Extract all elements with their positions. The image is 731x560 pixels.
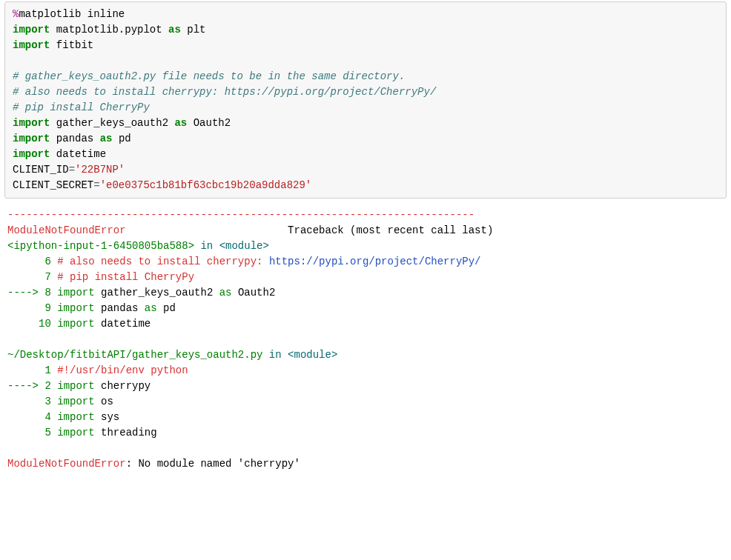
keyword-import: import [57,287,94,299]
keyword-import: import [13,133,50,144]
url-text: https://pypi.org/project/CherryPy/ [269,256,481,267]
keyword-import: import [57,318,94,330]
line-number: 3 [7,396,57,407]
module-name: matplotlib.pyplot [56,24,162,36]
string-literal: '22B7NP' [75,164,125,176]
line-number: 9 [7,302,57,314]
keyword-as: as [168,24,181,36]
module-name: cherrypy [95,380,151,392]
line-number: 4 [7,411,57,423]
keyword-import: import [57,302,94,314]
module-name: gather_keys_oauth2 [95,287,219,299]
in-keyword: in [194,240,219,252]
keyword-import: import [13,24,50,36]
comment: # gather_keys_oauth2.py file needs to be… [13,70,405,82]
code-input-cell[interactable]: %matplotlib inlineimport matplotlib.pypl… [4,1,727,199]
keyword-import: import [13,117,50,129]
line-number: 2 [44,380,57,392]
comment-text: # also needs to install cherrypy: [57,256,269,267]
comment: # also needs to install cherrypy: https:… [13,86,436,98]
module-name: datetime [95,318,151,330]
module-name: pandas [56,133,93,144]
line-number: 10 [7,318,57,330]
line-number: 7 [7,271,57,283]
module-tag: <module> [288,349,337,361]
keyword-import: import [13,148,50,160]
line-number: 5 [7,427,57,439]
alias: plt [187,24,205,36]
module-name: threading [95,427,157,439]
comment: # pip install CherryPy [13,101,150,113]
frame-location: ~/Desktop/fitbitAPI/gather_keys_oauth2.p… [7,349,262,361]
jupyter-cell-container: %matplotlib inlineimport matplotlib.pypl… [0,1,731,479]
shebang: #!/usr/bin/env python [57,364,188,376]
line-number: 1 [7,364,57,376]
alias: pd [119,133,131,144]
module-tag: <module> [219,240,269,252]
module-name: pandas [95,302,145,314]
frame-location: <ipython-input-1-6450805ba588> [7,240,194,252]
line-number: 6 [7,256,57,267]
module-name: fitbit [56,39,93,51]
keyword-as: as [145,302,157,314]
module-name: gather_keys_oauth2 [56,117,168,129]
magic-command: matplotlib inline [19,8,125,20]
exception-name: ModuleNotFoundError [7,458,126,470]
variable: CLIENT_SECRET [13,179,93,191]
keyword-as: as [174,117,187,129]
traceback-separator: ----------------------------------------… [7,209,474,221]
error-output: ----------------------------------------… [0,207,731,479]
keyword-as: as [219,287,232,299]
keyword-import: import [57,411,94,423]
keyword-import: import [13,39,50,51]
in-keyword: in [262,349,288,361]
spacing [126,224,288,236]
alias: Oauth2 [194,117,231,129]
operator-equals: = [69,164,75,176]
exception-name: ModuleNotFoundError [7,224,126,236]
comment-text: # pip install CherryPy [57,271,194,283]
arrow-indicator: ----> [7,287,44,299]
operator-equals: = [93,179,99,191]
keyword-as: as [100,133,113,144]
module-name: os [95,396,113,407]
variable: CLIENT_ID [13,164,69,176]
string-literal: 'e0e0375c1b81bf63cbc19b20a9dda829' [100,179,312,191]
keyword-import: import [57,396,94,407]
keyword-import: import [57,380,94,392]
alias: Oauth2 [232,287,276,299]
line-number: 8 [44,287,57,299]
keyword-import: import [57,427,94,439]
traceback-label: Traceback (most recent call last) [288,224,493,236]
exception-message: : No module named 'cherrypy' [126,458,300,470]
module-name: datetime [56,148,106,160]
alias: pd [157,302,176,314]
arrow-indicator: ----> [7,380,44,392]
module-name: sys [95,411,120,423]
